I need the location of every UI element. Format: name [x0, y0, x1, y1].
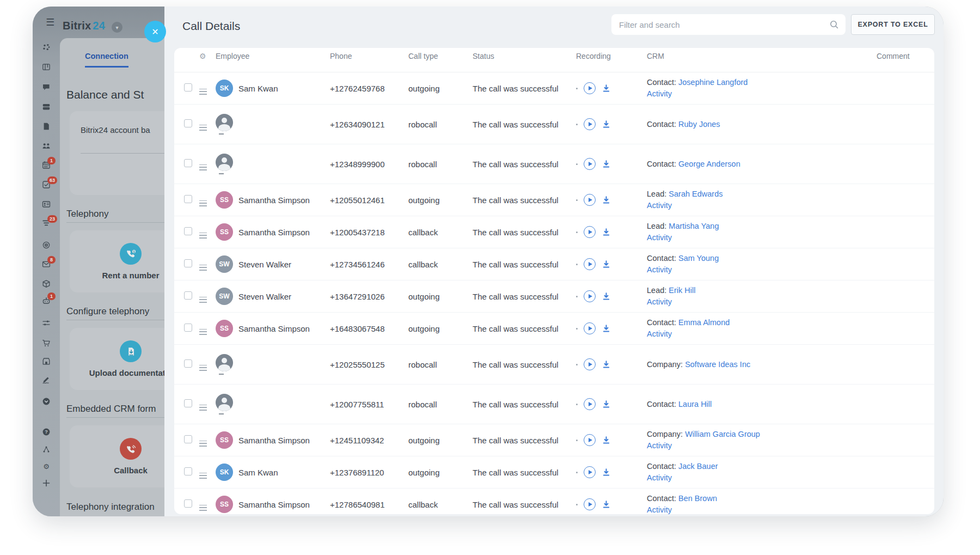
- play-recording-button[interactable]: [584, 258, 596, 270]
- row-menu-icon[interactable]: [199, 473, 207, 479]
- crm-entity-link[interactable]: Josephine Langford: [678, 78, 748, 87]
- crm-entity-link[interactable]: Erik Hill: [669, 286, 695, 295]
- chat-icon[interactable]: [42, 83, 51, 92]
- download-recording-icon[interactable]: [602, 260, 611, 269]
- row-menu-icon[interactable]: [199, 329, 207, 335]
- row-checkbox[interactable]: [184, 159, 192, 167]
- column-status[interactable]: Status: [473, 52, 576, 60]
- download-recording-icon[interactable]: [602, 196, 611, 205]
- row-menu-icon[interactable]: [199, 164, 207, 170]
- download-recording-icon[interactable]: [602, 324, 611, 333]
- row-checkbox[interactable]: [184, 291, 192, 300]
- crm-entity-link[interactable]: Martisha Yang: [669, 222, 719, 230]
- add-plus-icon[interactable]: [42, 479, 51, 487]
- row-checkbox[interactable]: [184, 119, 192, 127]
- product-cube-icon[interactable]: [42, 279, 51, 288]
- row-menu-icon[interactable]: [199, 441, 207, 447]
- export-to-excel-button[interactable]: EXPORT TO EXCEL: [851, 14, 935, 35]
- row-menu-icon[interactable]: [199, 89, 207, 95]
- logo-chevron-icon[interactable]: ▾: [112, 22, 122, 33]
- play-recording-button[interactable]: [584, 158, 596, 170]
- crm-entity-link[interactable]: Emma Almond: [678, 318, 730, 327]
- crm-entity-link[interactable]: Sarah Edwards: [669, 190, 722, 198]
- play-recording-button[interactable]: [584, 398, 596, 410]
- play-recording-button[interactable]: [584, 118, 596, 130]
- panel-card-rent-a-number[interactable]: $Rent a number: [70, 230, 164, 292]
- crm-activity-link[interactable]: Activity: [647, 504, 877, 514]
- download-recording-icon[interactable]: [602, 292, 611, 301]
- download-recording-icon[interactable]: [602, 84, 611, 93]
- row-checkbox[interactable]: [184, 499, 192, 508]
- automation-sliders-icon[interactable]: [42, 319, 51, 327]
- close-slider-button[interactable]: ✕: [144, 21, 166, 42]
- row-checkbox[interactable]: [184, 195, 192, 203]
- crm-entity-link[interactable]: George Anderson: [678, 160, 740, 168]
- play-recording-button[interactable]: [584, 82, 596, 94]
- row-checkbox[interactable]: [184, 399, 192, 407]
- tasks-icon[interactable]: 63: [42, 180, 51, 189]
- crm-activity-link[interactable]: Activity: [647, 232, 877, 243]
- row-checkbox[interactable]: [184, 259, 192, 267]
- mail-icon[interactable]: 8: [42, 260, 51, 269]
- marketing-target-icon[interactable]: [42, 241, 51, 249]
- crm-activity-link[interactable]: Activity: [647, 472, 877, 484]
- crm-activity-link[interactable]: Activity: [647, 440, 877, 452]
- download-recording-icon[interactable]: [602, 500, 611, 509]
- row-menu-icon[interactable]: [199, 365, 207, 371]
- play-recording-button[interactable]: [584, 498, 596, 510]
- row-menu-icon[interactable]: [199, 200, 207, 206]
- play-recording-button[interactable]: [584, 322, 596, 334]
- column-employee[interactable]: Employee: [216, 52, 330, 60]
- account-balance-card[interactable]: Bitrix24 account ba: [70, 111, 164, 195]
- people-icon[interactable]: [42, 142, 51, 150]
- search-input[interactable]: [611, 14, 846, 35]
- column-settings-gear-icon[interactable]: ⚙: [199, 52, 216, 60]
- row-menu-icon[interactable]: [199, 405, 207, 411]
- column-call-type[interactable]: Call type: [408, 52, 473, 60]
- download-recording-icon[interactable]: [602, 160, 611, 169]
- crm-funnel-icon[interactable]: 23: [42, 219, 51, 228]
- crm-activity-link[interactable]: Activity: [647, 88, 877, 100]
- more-chevron-icon[interactable]: [42, 397, 51, 406]
- play-recording-button[interactable]: [584, 466, 596, 478]
- play-recording-button[interactable]: [584, 434, 596, 446]
- column-comment[interactable]: Comment: [877, 52, 934, 60]
- dots-cluster-icon[interactable]: [42, 43, 51, 52]
- ai-robot-icon[interactable]: 1: [42, 296, 51, 305]
- tab-connection[interactable]: Connection: [85, 52, 128, 68]
- document-icon[interactable]: [42, 122, 51, 131]
- calendar-icon[interactable]: 1: [42, 161, 51, 169]
- crm-entity-link[interactable]: Jack Bauer: [678, 462, 718, 471]
- crm-activity-link[interactable]: Activity: [647, 328, 877, 340]
- store-icon[interactable]: [42, 357, 51, 365]
- crm-entity-link[interactable]: William Garcia Group: [685, 430, 760, 438]
- crm-entity-link[interactable]: Ben Brown: [678, 494, 717, 503]
- help-icon[interactable]: ?: [42, 428, 51, 436]
- panel-card-callback[interactable]: Callback: [70, 425, 164, 487]
- row-menu-icon[interactable]: [199, 297, 207, 303]
- download-recording-icon[interactable]: [602, 468, 611, 477]
- row-checkbox[interactable]: [184, 467, 192, 475]
- column-recording[interactable]: Recording: [576, 52, 647, 60]
- crm-entity-link[interactable]: Laura Hill: [678, 400, 712, 408]
- column-crm[interactable]: CRM: [647, 52, 877, 60]
- row-menu-icon[interactable]: [199, 125, 207, 131]
- crm-activity-link[interactable]: Activity: [647, 264, 877, 276]
- play-recording-button[interactable]: [584, 226, 596, 238]
- crm-activity-link[interactable]: Activity: [647, 200, 877, 211]
- play-recording-button[interactable]: [584, 290, 596, 302]
- row-menu-icon[interactable]: [199, 233, 207, 239]
- download-recording-icon[interactable]: [602, 120, 611, 129]
- row-menu-icon[interactable]: [199, 505, 207, 511]
- download-recording-icon[interactable]: [602, 360, 611, 369]
- crm-entity-link[interactable]: Software Ideas Inc: [685, 360, 750, 369]
- row-checkbox[interactable]: [184, 435, 192, 443]
- panel-card-upload-documentat-[interactable]: Upload documentat...: [70, 328, 164, 390]
- crm-entity-link[interactable]: Ruby Jones: [678, 120, 720, 129]
- play-recording-button[interactable]: [584, 194, 596, 206]
- crm-activity-link[interactable]: Activity: [647, 296, 877, 308]
- row-checkbox[interactable]: [184, 227, 192, 235]
- download-recording-icon[interactable]: [602, 436, 611, 445]
- row-menu-icon[interactable]: [199, 265, 207, 271]
- play-recording-button[interactable]: [584, 358, 596, 370]
